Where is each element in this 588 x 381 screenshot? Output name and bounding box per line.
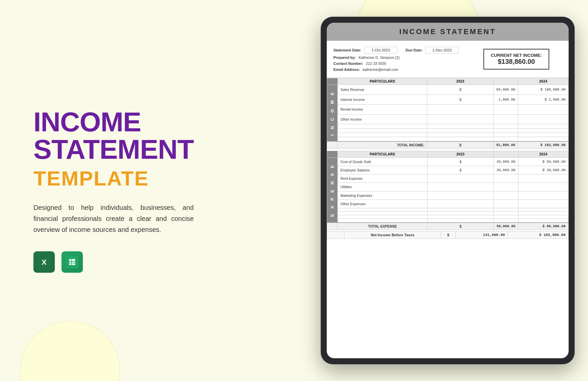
svg-text:X: X	[42, 258, 47, 266]
expense-val2	[518, 219, 568, 222]
expense-sym1	[427, 183, 493, 191]
income-data-row: Rental Income	[327, 105, 569, 115]
expense-data-row	[327, 212, 569, 215]
meta-section: Statement Date: 1-Oct-2023 Due Date: 1-D…	[327, 41, 569, 78]
expense-val2	[518, 183, 568, 191]
nibt-val2: $ 182,000.00	[508, 231, 569, 238]
income-val1	[493, 133, 518, 137]
document-title: INCOME STATEMENT	[327, 27, 569, 36]
expense-section-label-cell: E X P E N S E	[327, 158, 338, 223]
income-year1-header: 2023	[427, 78, 493, 85]
expense-sym1	[427, 174, 493, 183]
income-val2: $ 2,000.00	[518, 95, 569, 105]
expense-val1	[494, 208, 519, 212]
due-date-value: 1-Dec-2023	[425, 47, 459, 53]
tablet-frame: INCOME STATEMENT Statement Date: 1-Oct-2…	[321, 17, 575, 364]
document-header: INCOME STATEMENT	[327, 23, 569, 41]
expense-total-val1: 50,000.00	[494, 223, 519, 230]
expense-val2: $ 50,000.00	[518, 158, 568, 166]
income-header-row: PARTICULARS 2023 2024	[327, 78, 569, 85]
income-sym1	[427, 105, 493, 115]
income-particulars-header: PARTICULARS	[338, 78, 427, 85]
income-data-row: I N C O M ESales Revenue$80,000.00$ 100,…	[327, 85, 569, 95]
email-value: katherine@email.com	[363, 68, 399, 72]
income-sym1	[427, 133, 493, 137]
expense-item	[338, 219, 428, 222]
income-total-sym1: $	[427, 141, 493, 149]
income-item	[338, 128, 427, 133]
income-item: Sales Revenue	[338, 85, 427, 95]
expense-val1	[494, 219, 519, 222]
income-sym1	[427, 114, 493, 124]
income-val1	[493, 128, 518, 133]
tablet-screen: INCOME STATEMENT Statement Date: 1-Oct-2…	[327, 23, 569, 358]
expense-year1-sym-header	[494, 151, 519, 158]
expense-sym1	[427, 215, 493, 219]
expense-data-row: Other Expenses	[327, 200, 569, 208]
expense-data-row: E X P E N S ECost of Goods Sold$20,000.0…	[327, 158, 569, 166]
income-year1-sym-header	[493, 78, 518, 85]
expense-val1	[494, 174, 519, 183]
expense-sym1: $	[427, 166, 493, 174]
income-item: Other Income	[338, 114, 427, 124]
expense-val1	[494, 215, 519, 219]
expense-val2	[518, 191, 568, 200]
expense-item: Rent Expense	[338, 174, 428, 183]
income-item	[338, 137, 427, 141]
expense-header-row: PARTICULARS 2023 2024	[327, 151, 569, 158]
expense-val1	[494, 183, 519, 191]
expense-sym1	[427, 219, 493, 222]
left-panel: INCOME STATEMENT TEMPLATE Designed to he…	[20, 0, 214, 381]
expense-item: Utilities	[338, 183, 428, 191]
income-val2	[518, 128, 569, 133]
income-item	[338, 124, 427, 129]
income-val2	[518, 105, 569, 115]
nibt-spacer	[327, 231, 344, 238]
net-income-box: CURRENT NET INCOME: $138,860.00	[483, 49, 549, 70]
expense-data-row	[327, 219, 569, 222]
income-val1	[493, 105, 518, 115]
expense-item	[338, 208, 428, 212]
expense-val2	[518, 174, 568, 183]
expense-val2	[518, 215, 568, 219]
income-total-val2: $ 102,000.00	[518, 141, 569, 149]
income-sym1: $	[427, 95, 493, 105]
statement-date-row: Statement Date: 1-Oct-2023 Due Date: 1-D…	[333, 47, 459, 53]
expense-item: Cost of Goods Sold	[338, 158, 428, 166]
income-sym1	[427, 137, 493, 141]
income-section-header	[327, 78, 338, 85]
app-icons: X	[33, 251, 200, 273]
income-total-spacer	[327, 141, 338, 149]
nibt-label: Net Income Before Taxes	[344, 231, 441, 238]
expense-data-row: Rent Expense	[327, 174, 569, 183]
expense-data-row: Employee Salaries$30,000.00$ 30,000.00	[327, 166, 569, 174]
income-val1	[493, 124, 518, 129]
income-val2	[518, 133, 569, 137]
income-data-row: Other Income	[327, 114, 569, 124]
description: Designed to help individuals, businesses…	[33, 202, 194, 235]
expense-year2-header: 2024	[518, 151, 568, 158]
expense-val1	[494, 212, 519, 215]
expense-item	[338, 215, 428, 219]
income-val2: $ 100,000.00	[518, 85, 569, 95]
income-table: PARTICULARS 2023 2024 I N C O M ESales R…	[327, 78, 569, 149]
expense-data-row: Marketing Expenses	[327, 191, 569, 200]
main-title: INCOME STATEMENT	[33, 108, 200, 163]
nibt-table: Net Income Before Taxes $ 131,000.00 $ 1…	[327, 231, 569, 239]
income-val1	[493, 114, 518, 124]
income-sym1	[427, 128, 493, 133]
expense-total-val2: $ 80,000.00	[518, 223, 568, 230]
expense-total-label: TOTAL EXPENSE	[338, 223, 428, 230]
income-val1	[493, 137, 518, 141]
contact-value: 222 33 5555	[366, 61, 386, 66]
expense-total-sym1: $	[427, 223, 493, 230]
income-val2	[518, 114, 569, 124]
income-statement-content[interactable]: INCOME STATEMENT Statement Date: 1-Oct-2…	[327, 23, 569, 358]
contact-row: Contact Number: 222 33 5555	[333, 61, 459, 66]
income-data-row	[327, 137, 569, 141]
tablet-container: INCOME STATEMENT Statement Date: 1-Oct-2…	[321, 17, 575, 364]
expense-val1	[494, 200, 519, 208]
income-total-row: TOTAL INCOME: $ 81,000.00 $ 102,000.00	[327, 141, 569, 149]
income-data-row	[327, 133, 569, 137]
expense-total-row: TOTAL EXPENSE $ 50,000.00 $ 80,000.00	[327, 223, 569, 230]
